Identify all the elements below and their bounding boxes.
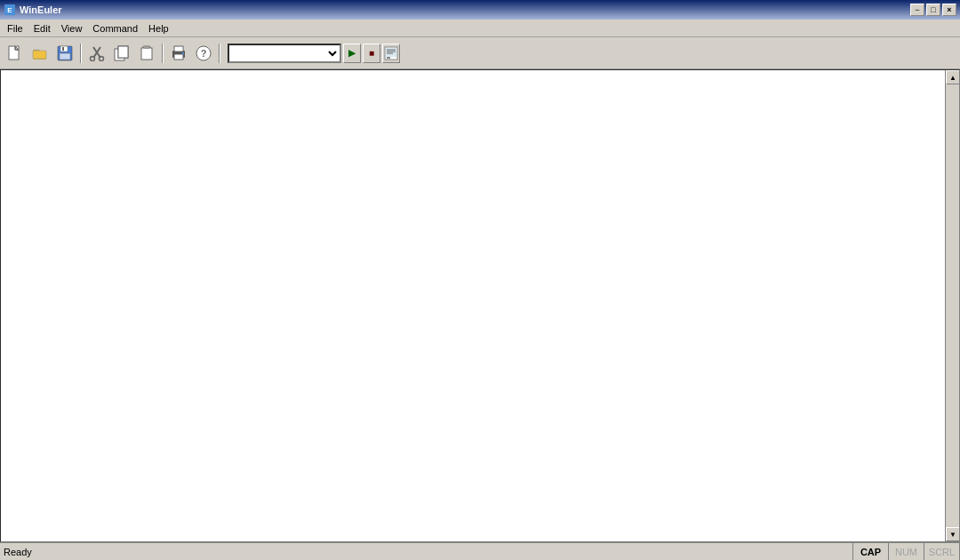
scrollbar-right[interactable]: ▲ ▼ <box>945 70 959 541</box>
svg-rect-27 <box>182 52 184 54</box>
svg-rect-20 <box>118 46 128 58</box>
paste-button[interactable] <box>135 42 158 65</box>
edit-script-button[interactable] <box>382 44 400 63</box>
maximize-button[interactable]: □ <box>926 4 940 16</box>
menu-command[interactable]: Command <box>87 21 143 36</box>
command-area: ▶ ■ <box>228 44 400 63</box>
cap-indicator: CAP <box>853 543 889 560</box>
new-button[interactable] <box>4 42 27 65</box>
save-button[interactable] <box>53 42 76 65</box>
svg-text:E: E <box>7 6 12 14</box>
title-bar: E WinEuler − □ × <box>0 0 960 20</box>
separator-1 <box>80 44 82 63</box>
title-text: WinEuler <box>20 4 62 15</box>
help-button[interactable]: ? <box>192 42 215 65</box>
print-button[interactable] <box>167 42 190 65</box>
scroll-up-arrow[interactable]: ▲ <box>946 70 960 84</box>
svg-point-16 <box>91 56 95 60</box>
menu-bar: File Edit View Command Help <box>0 20 960 37</box>
menu-help[interactable]: Help <box>143 21 174 36</box>
scroll-down-arrow[interactable]: ▼ <box>946 527 960 541</box>
separator-2 <box>162 44 164 63</box>
svg-rect-35 <box>387 57 390 59</box>
svg-rect-23 <box>144 46 149 49</box>
title-bar-left: E WinEuler <box>4 4 62 16</box>
window-controls: − □ × <box>910 4 956 16</box>
svg-rect-9 <box>33 51 46 59</box>
menu-file[interactable]: File <box>2 21 28 36</box>
svg-point-17 <box>100 56 104 60</box>
status-ready: Ready <box>0 543 853 560</box>
num-indicator: NUM <box>889 543 924 560</box>
scroll-track[interactable] <box>946 84 959 527</box>
copy-button[interactable] <box>110 42 133 65</box>
separator-3 <box>219 44 220 63</box>
open-button[interactable] <box>28 42 52 65</box>
stop-button[interactable]: ■ <box>363 44 380 63</box>
command-input[interactable] <box>228 44 341 63</box>
svg-rect-22 <box>141 48 152 60</box>
svg-rect-25 <box>174 46 183 52</box>
app-icon: E <box>4 4 16 16</box>
svg-text:?: ? <box>201 48 207 59</box>
minimize-button[interactable]: − <box>910 4 924 16</box>
scrl-indicator: SCRL <box>924 543 960 560</box>
menu-edit[interactable]: Edit <box>28 21 56 36</box>
toolbar: ? ▶ ■ <box>0 37 960 69</box>
svg-rect-12 <box>60 53 70 60</box>
cut-button[interactable] <box>85 42 108 65</box>
status-bar: Ready CAP NUM SCRL <box>0 542 960 560</box>
main-content-area: ▲ ▼ <box>0 69 960 542</box>
svg-rect-26 <box>174 54 183 60</box>
close-button[interactable]: × <box>942 4 956 16</box>
menu-view[interactable]: View <box>56 21 88 36</box>
run-button[interactable]: ▶ <box>343 44 361 63</box>
svg-rect-13 <box>62 47 64 51</box>
